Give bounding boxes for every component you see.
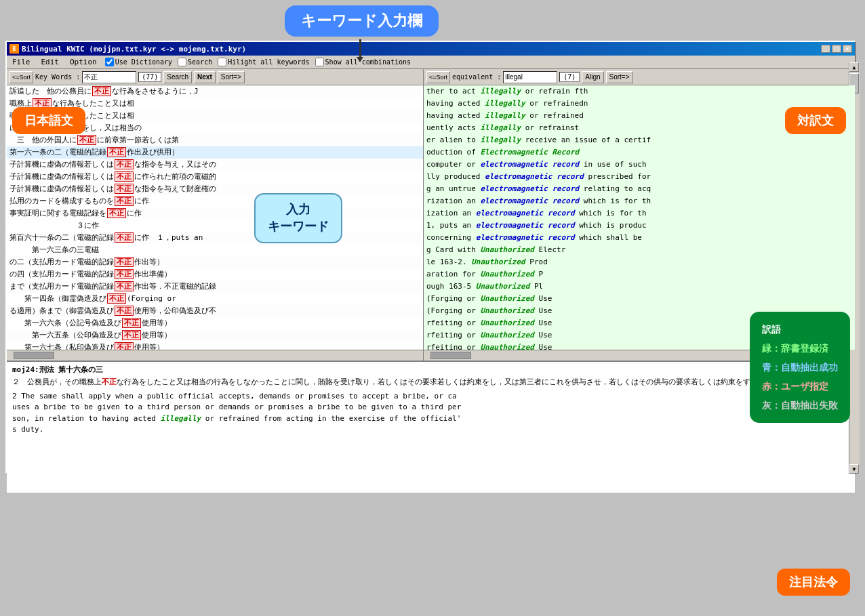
notice-bubble: 注目法令 — [777, 569, 850, 596]
row-suffix: 電磁 — [84, 245, 99, 254]
table-row[interactable]: ough 163-5 Unauthorized Pl — [424, 281, 855, 293]
eng-bottom-text-4: s duty. — [12, 424, 849, 436]
table-row[interactable]: 子計算機に虚偽の情報若しくは不正に作られた前項の電磁的 — [7, 171, 423, 183]
row-suffix: Use — [534, 294, 552, 303]
left-hscroll[interactable] — [7, 350, 424, 361]
scroll-up-button[interactable]: ▲ — [849, 62, 859, 72]
title-bar: B Bilingual KWIC (mojjpn.txt.kyr <-> moj… — [7, 42, 855, 56]
show-all-checkbox[interactable] — [315, 58, 324, 66]
row-prefix: の四（支払用カード電磁的記録 — [9, 270, 114, 279]
hilight-checkbox-area: Hilight all keywords — [218, 57, 309, 67]
row-prefix: ough 163-5 — [426, 282, 476, 291]
table-row[interactable]: concerning electromagnetic record which … — [424, 232, 855, 244]
table-row[interactable]: 第一六六条（公記号偽造及び不正使用等） — [7, 317, 423, 329]
row-keyword: 不正 — [115, 342, 134, 350]
table-row[interactable]: の二（支払用カード電磁的記録不正作出等） — [7, 256, 423, 268]
minimize-button[interactable]: _ — [821, 45, 830, 53]
legend-green: 緑：辞書登録済 — [762, 339, 838, 358]
menu-edit[interactable]: Edit — [39, 57, 62, 67]
row-prefix: g Card with — [426, 245, 480, 254]
jpn-text-1: ２ 公務員が，その職務上 — [12, 377, 102, 386]
table-row[interactable]: 第一六一条の二（電磁的記録不正作出及び供用） — [7, 146, 423, 159]
row-prefix: having acted — [426, 99, 485, 108]
table-row[interactable]: 事実証明に関する電磁記録を不正に作 — [7, 207, 423, 220]
table-row[interactable]: る適用）条まで（御霊偽造及び不正使用等，公印偽造及び不 — [7, 305, 423, 317]
table-row[interactable]: g Card with Unauthorized Electr — [424, 244, 855, 256]
row-suffix: な指令を与えて財産権の — [134, 184, 216, 193]
table-row[interactable]: 第一六七条（私印偽造及び不正使用等） — [7, 342, 423, 350]
row-prefix: 子計算機に虚偽の情報若しくは — [9, 172, 114, 181]
table-row[interactable]: rization an electromagnetic record which… — [424, 195, 855, 207]
input-keyword-bubble: 入力 キーワード — [254, 193, 342, 243]
hilight-label: Hilight all keywords — [228, 58, 309, 66]
row-keyword: Electromagnetic Record — [480, 148, 579, 157]
row-suffix: which is for th — [579, 197, 651, 205]
row-prefix: er alien to — [426, 136, 480, 144]
keyword-input[interactable] — [82, 71, 136, 83]
row-suffix: に前章第一節若しくは第 — [97, 136, 179, 144]
row-prefix: rfeiting or — [426, 319, 480, 327]
row-keyword: Unauthorized — [480, 270, 534, 279]
close-button[interactable]: × — [843, 45, 852, 53]
use-dict-checkbox-area: Use Dictionary — [105, 57, 172, 67]
table-row[interactable]: ３に作 — [7, 220, 423, 232]
use-dict-checkbox[interactable] — [105, 58, 114, 66]
table-row[interactable]: le 163-2. Unauthorized Prod — [424, 256, 855, 268]
table-row[interactable]: computer or electromagnetic record in us… — [424, 159, 855, 171]
row-prefix: rfeiting or — [426, 331, 480, 340]
table-row[interactable]: er alien to illegally receive an issue o… — [424, 134, 855, 146]
sort-left-right-button[interactable]: Sort=> — [218, 71, 245, 83]
table-row[interactable]: 払用のカードを構成するものを不正に作 — [7, 195, 423, 207]
next-button[interactable]: Next — [194, 71, 216, 83]
row-keyword: 不正 — [115, 184, 134, 194]
row-suffix: or refrain fth — [521, 87, 588, 96]
sort-left-button[interactable]: <=Sort — [9, 71, 33, 83]
table-row[interactable]: 三 他の外国人に不正に前章第一節若しくは第 — [7, 134, 423, 146]
row-prefix: 三 他の外国人に — [9, 136, 77, 144]
search-button[interactable]: Search — [163, 71, 192, 83]
row-prefix: le 163-2. — [426, 258, 471, 266]
eng-text-1: 2 The same shall apply when a public off… — [12, 392, 457, 401]
table-row[interactable]: aration for Unauthorized P — [424, 268, 855, 281]
table-row[interactable]: 第一六五条（公印偽造及び不正使用等） — [7, 329, 423, 342]
eng-text-3: son, in relation to having acted — [12, 414, 161, 423]
table-row[interactable]: 子計算機に虚偽の情報若しくは不正な指令を与えて財産権の — [7, 183, 423, 195]
menu-option[interactable]: Option — [67, 57, 100, 67]
eng-text-4: or refrained from acting in the exercise… — [201, 414, 461, 423]
table-row[interactable]: 第百六十一条の二（電磁的記録不正に作 １，puts an — [7, 232, 423, 244]
table-row[interactable]: 第一六三条の三電磁 — [7, 244, 423, 256]
row-prefix: 事実証明に関する電磁記録を — [9, 209, 106, 218]
table-row[interactable]: (Forging or Unauthorized Use — [424, 293, 855, 305]
table-row[interactable]: g an untrue electromagnetic record relat… — [424, 183, 855, 195]
row-prefix: 子計算機に虚偽の情報若しくは — [9, 160, 114, 169]
row-suffix: or refrainedn — [525, 99, 588, 108]
row-suffix: relating to acq — [579, 184, 651, 193]
table-row[interactable]: 1, puts an electromagnetic record which … — [424, 220, 855, 232]
table-row[interactable]: まで（支払用カード電磁的記録不正作出等．不正電磁的記録 — [7, 281, 423, 293]
table-row[interactable]: 子計算機に虚偽の情報若しくは不正な指令を与え，又はその — [7, 159, 423, 171]
table-row[interactable]: ization an electromagnetic record which … — [424, 207, 855, 220]
row-keyword: electromagnetic record — [476, 221, 575, 230]
row-prefix: having acted — [426, 111, 485, 120]
equivalent-input[interactable] — [503, 71, 557, 83]
align-button[interactable]: Align — [582, 71, 603, 83]
table-row[interactable]: oduction of Electromagnetic Record — [424, 146, 855, 159]
keyword-count: (77) — [138, 72, 161, 82]
sort-right-button[interactable]: <=Sort — [426, 71, 450, 83]
sort-right-right-button[interactable]: Sort=> — [606, 71, 633, 83]
row-keyword: illegally — [480, 123, 521, 132]
menu-file[interactable]: File — [9, 57, 33, 67]
table-row[interactable]: 訴追した 他の公務員に不正な行為をさせるように，J — [7, 85, 423, 98]
jpn-bottom-text: ２ 公務員が，その職務上不正な行為をしたこと又は相当の行為をしなかったことに関し… — [12, 377, 849, 388]
table-row[interactable]: ther to act illegally or refrain fth — [424, 85, 855, 98]
table-row[interactable]: の四（支払用カード電磁的記録不正作出準備） — [7, 268, 423, 281]
hilight-checkbox[interactable] — [218, 58, 226, 66]
row-suffix: or refrained — [525, 111, 584, 120]
search-checkbox[interactable] — [178, 58, 186, 66]
maximize-button[interactable]: □ — [832, 45, 841, 53]
table-row[interactable]: 第一四条（御霊偽造及び不正(Forging or — [7, 293, 423, 305]
scroll-down-button[interactable]: ▼ — [849, 464, 859, 474]
row-prefix: 第一六三条の三 — [9, 245, 84, 254]
row-suffix: which is produc — [575, 221, 647, 230]
table-row[interactable]: lly produced electromagnetic record pres… — [424, 171, 855, 183]
